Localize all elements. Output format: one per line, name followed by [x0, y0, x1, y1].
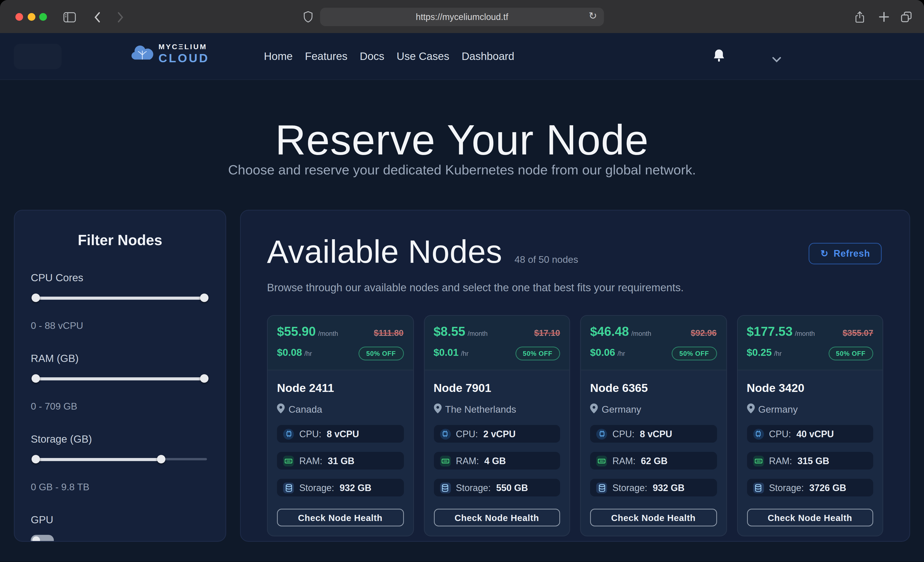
ram-icon — [753, 456, 764, 466]
close-window-button[interactable] — [15, 13, 23, 21]
card-pricing-header: $177.53/month $355.07 $0.25/hr 50% OFF — [738, 316, 883, 371]
check-node-health-button[interactable]: Check Node Health — [590, 509, 717, 526]
brand-name-bottom: CLOUD — [159, 52, 209, 64]
ram-icon — [596, 456, 607, 466]
minimize-window-button[interactable] — [27, 13, 35, 21]
location-pin-icon — [747, 404, 754, 416]
ram-slider-min-handle[interactable] — [32, 374, 40, 383]
ram-range-value: 0 - 709 GB — [31, 401, 209, 412]
cpu-icon — [596, 429, 607, 439]
ram-icon — [283, 456, 294, 466]
brand-name-top: MYCΞLIUM — [159, 43, 209, 51]
ram-slider-max-handle[interactable] — [200, 374, 208, 383]
back-icon[interactable] — [90, 10, 104, 24]
cpu-slider-min-handle[interactable] — [32, 293, 40, 302]
ram-spec-row: RAM:31 GB — [277, 452, 404, 469]
storage-slider-max-handle[interactable] — [157, 455, 166, 463]
filter-panel: Filter Nodes CPU Cores 0 - 88 vCPU RAM (… — [14, 210, 226, 542]
node-card: $46.48/month $92.96 $0.06/hr 50% OFF Nod… — [580, 315, 727, 537]
storage-filter-label: Storage (GB) — [31, 433, 209, 445]
storage-spec-row: Storage:932 GB — [277, 479, 404, 496]
ram-icon — [440, 456, 451, 466]
panel-subtitle: Browse through our available nodes and s… — [267, 281, 883, 294]
url-text: https://myceliumcloud.tf — [416, 12, 508, 21]
card-pricing-header: $8.55/month $17.10 $0.01/hr 50% OFF — [424, 316, 570, 371]
cpu-icon — [440, 429, 451, 439]
ram-spec-row: RAM:4 GB — [434, 452, 560, 469]
shield-icon[interactable] — [301, 10, 315, 24]
nav-link-features[interactable]: Features — [305, 50, 348, 62]
node-name: Node 2411 — [277, 381, 404, 394]
node-location: Germany — [602, 404, 641, 415]
monthly-price: $177.53 — [747, 324, 793, 338]
check-node-health-button[interactable]: Check Node Health — [434, 509, 560, 526]
filter-title: Filter Nodes — [31, 232, 209, 249]
location-pin-icon — [590, 404, 598, 416]
discount-badge: 50% OFF — [358, 347, 404, 360]
node-name: Node 3420 — [747, 381, 873, 394]
zoom-window-button[interactable] — [39, 13, 47, 21]
nav-links: Home Features Docs Use Cases Dashboard — [264, 33, 514, 79]
forward-icon[interactable] — [113, 10, 127, 24]
storage-spec-row: Storage:550 GB — [434, 479, 560, 496]
cpu-spec-row: CPU:40 vCPU — [747, 425, 873, 442]
storage-range-value: 0 GB - 9.8 TB — [31, 482, 209, 493]
reload-icon[interactable]: ↻ — [588, 10, 597, 21]
node-card: $8.55/month $17.10 $0.01/hr 50% OFF Node… — [424, 315, 570, 537]
node-location: Germany — [758, 404, 798, 415]
cpu-icon — [753, 429, 764, 439]
cpu-range-slider[interactable] — [33, 293, 207, 302]
ram-filter-label: RAM (GB) — [31, 353, 209, 364]
old-price: $17.10 — [534, 328, 560, 337]
refresh-icon: ↻ — [820, 248, 828, 259]
page-subtitle: Choose and reserve your dedicated Kubern… — [0, 162, 924, 178]
nav-link-home[interactable]: Home — [264, 50, 292, 62]
gpu-toggle[interactable] — [31, 535, 54, 542]
location-pin-icon — [277, 404, 285, 416]
discount-badge: 50% OFF — [828, 347, 873, 360]
tab-overview-icon[interactable] — [899, 10, 913, 24]
old-price: $355.07 — [843, 328, 873, 337]
notifications-bell-icon[interactable] — [712, 48, 726, 63]
cpu-slider-max-handle[interactable] — [200, 293, 208, 302]
cloud-logo-icon — [131, 44, 154, 63]
storage-range-slider[interactable] — [33, 454, 207, 463]
site-navbar: MYCΞLIUM CLOUD Home Features Docs Use Ca… — [0, 33, 924, 80]
available-nodes-panel: Available Nodes 48 of 50 nodes ↻ Refresh… — [240, 210, 910, 542]
nav-link-docs[interactable]: Docs — [360, 50, 384, 62]
account-chevron-down-icon[interactable] — [772, 52, 782, 60]
cpu-spec-row: CPU:2 vCPU — [434, 425, 560, 442]
sidebar-toggle-icon[interactable] — [62, 10, 76, 24]
node-card: $55.90/month $111.80 $0.08/hr 50% OFF No… — [267, 315, 414, 537]
node-count-badge: 48 of 50 nodes — [514, 254, 578, 265]
url-bar[interactable]: https://myceliumcloud.tf ↻ — [320, 8, 604, 26]
storage-spec-row: Storage:932 GB — [590, 479, 717, 496]
storage-icon — [283, 482, 294, 493]
node-name: Node 7901 — [434, 381, 560, 394]
card-pricing-header: $55.90/month $111.80 $0.08/hr 50% OFF — [268, 316, 413, 371]
storage-icon — [753, 482, 764, 493]
cpu-spec-row: CPU:8 vCPU — [277, 425, 404, 442]
ram-spec-row: RAM:62 GB — [590, 452, 717, 469]
hourly-price: $0.06 — [590, 347, 615, 358]
nav-link-dashboard[interactable]: Dashboard — [462, 50, 514, 62]
nav-ghost-placeholder — [14, 44, 62, 69]
check-node-health-button[interactable]: Check Node Health — [747, 509, 873, 526]
panel-title: Available Nodes — [267, 234, 502, 271]
ram-range-slider[interactable] — [33, 374, 207, 383]
discount-badge: 50% OFF — [672, 347, 717, 360]
new-tab-icon[interactable] — [877, 10, 891, 24]
refresh-button[interactable]: ↻ Refresh — [809, 243, 882, 265]
nav-link-use-cases[interactable]: Use Cases — [397, 50, 449, 62]
hourly-price: $0.01 — [434, 347, 459, 358]
brand-logo[interactable]: MYCΞLIUM CLOUD — [131, 43, 209, 64]
share-icon[interactable] — [852, 10, 866, 24]
old-price: $92.96 — [691, 328, 717, 337]
storage-slider-min-handle[interactable] — [32, 455, 40, 463]
check-node-health-button[interactable]: Check Node Health — [277, 509, 404, 526]
browser-chrome: https://myceliumcloud.tf ↻ — [0, 0, 924, 33]
ram-spec-row: RAM:315 GB — [747, 452, 873, 469]
node-location: Canada — [288, 404, 322, 415]
discount-badge: 50% OFF — [515, 347, 560, 360]
old-price: $111.80 — [374, 328, 404, 337]
